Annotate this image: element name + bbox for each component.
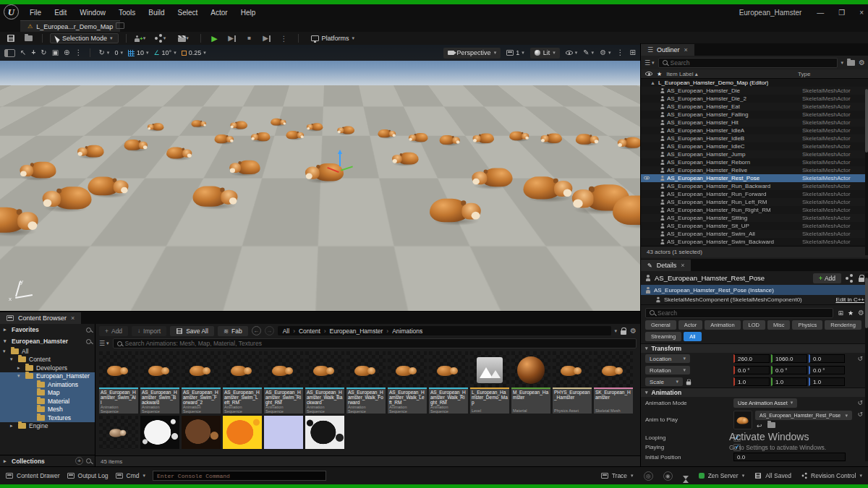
favorites-icon[interactable]: ★ <box>848 309 854 317</box>
filter-chip[interactable]: Streaming <box>645 332 681 341</box>
location-x-field[interactable]: 260.0 <box>733 354 770 363</box>
animation-mode-dropdown[interactable]: Use Animation Asset▾ <box>733 398 797 408</box>
content-drawer-button[interactable]: Content Drawer <box>6 472 60 479</box>
tool-options-dots[interactable]: ⋮ <box>75 49 82 56</box>
asset-tile[interactable] <box>264 416 303 449</box>
surface-snap-dropdown[interactable]: ↻▾ <box>98 49 109 56</box>
search-history-chevron[interactable]: ▾ <box>841 60 844 66</box>
visibility-column-icon[interactable] <box>645 72 652 76</box>
hamster[interactable] <box>230 119 247 130</box>
outliner-row[interactable]: ▲ AS_European_Hamster_IdleA SkeletalMesh… <box>641 127 868 134</box>
lock-icon[interactable] <box>859 278 864 282</box>
asset-tile[interactable]: SK_European_Hamster Skeletal Mesh <box>594 351 633 414</box>
scale-tool-icon[interactable]: ▣ <box>52 49 59 56</box>
maximize-button[interactable]: ❐ <box>838 9 845 17</box>
outliner-row[interactable]: ▲ AS_European_Hamster_Run_Forward Skelet… <box>641 190 868 198</box>
asset-tile[interactable]: M_European_Hamster Material <box>511 351 550 414</box>
grid-snap-dropdown[interactable]: 10▾ <box>128 49 149 56</box>
create-folder-icon[interactable] <box>847 60 855 66</box>
outliner-row[interactable]: ▲ AS_European_Hamster_IdleB SkeletalMesh… <box>641 134 868 142</box>
breadcrumb-item[interactable]: Content › <box>299 328 326 335</box>
gizmo-x-axis[interactable] <box>327 167 339 173</box>
add-actor-dropdown[interactable]: +▾ <box>134 33 147 44</box>
outliner-row[interactable]: ▲ AS_European_Hamster_IdleC SkeletalMesh… <box>641 142 868 150</box>
outliner-row[interactable]: ▲ AS_European_Hamster_Rest_Pose Skeletal… <box>641 174 868 182</box>
details-scrollbar[interactable] <box>865 273 868 461</box>
location-z-field[interactable]: 0.0 <box>809 354 845 363</box>
search-icon[interactable] <box>86 339 91 344</box>
asset-search[interactable] <box>113 338 637 348</box>
fab-button[interactable]: ≋Fab <box>218 326 248 336</box>
transform-section-header[interactable]: ▾Transform <box>641 343 868 353</box>
breadcrumb-item[interactable]: European_Hamster › <box>330 328 389 335</box>
hamster[interactable] <box>77 141 103 159</box>
viewport-options-menu[interactable] <box>4 49 15 57</box>
hamster[interactable] <box>391 148 418 166</box>
translate-gizmo[interactable] <box>326 152 356 181</box>
all-saved-indicator[interactable]: All Saved <box>754 472 791 479</box>
breadcrumb-item[interactable]: All › <box>283 328 295 335</box>
gizmo-z-axis[interactable] <box>339 153 341 166</box>
details-tab[interactable]: ✎ Details × <box>641 260 691 271</box>
browser-settings-icon[interactable]: ⚙ <box>630 328 637 335</box>
asset-tile[interactable]: PHYS_European_Hamster Physics Asset <box>553 351 592 414</box>
pin-column-icon[interactable]: ★ <box>657 71 662 77</box>
menu-item[interactable]: Window <box>73 6 112 20</box>
reset-anim-icon[interactable]: ↺ <box>857 411 863 418</box>
menu-item[interactable]: Actor <box>204 6 234 20</box>
show-flags-dropdown[interactable]: ▾ <box>566 50 578 56</box>
details-close-icon[interactable]: × <box>681 262 684 269</box>
item-label-column-header[interactable]: Item Label ▴ <box>666 71 698 77</box>
location-y-field[interactable]: 1060.0 <box>771 354 807 363</box>
search-icon[interactable] <box>86 328 91 333</box>
gizmo-y-axis[interactable] <box>341 166 353 171</box>
filter-chip[interactable]: LOD <box>743 320 765 330</box>
expand-arrow[interactable]: ▾ <box>10 356 15 362</box>
outliner-settings-icon[interactable]: ⚙ <box>859 59 865 67</box>
hamster[interactable] <box>307 121 323 132</box>
level-tab[interactable]: ⚠ L_Europea...r_Demo_Map <box>20 20 120 32</box>
menu-item[interactable]: Tools <box>112 6 142 20</box>
expand-arrow[interactable]: ▸ <box>10 423 15 429</box>
outliner-row[interactable]: ▲ AS_European_Hamster_Die SkeletalMeshAc… <box>641 87 868 95</box>
folder-tree-row[interactable]: Mesh <box>0 406 95 414</box>
asset-tile[interactable]: AS_European_Hamster_Walk_Forward Animati… <box>346 351 386 414</box>
rotation-z-field[interactable]: 0.0 ° <box>809 366 845 374</box>
back-button[interactable]: ← <box>252 326 261 335</box>
move-tool-icon[interactable]: + <box>31 49 35 56</box>
folder-tree-row[interactable]: ▾ Content <box>0 356 95 364</box>
property-matrix-icon[interactable]: ⊞ <box>838 309 843 317</box>
hamster[interactable] <box>20 156 56 181</box>
folder-tree-row[interactable]: Material <box>0 397 95 406</box>
asset-tile[interactable] <box>305 416 344 449</box>
animation-section-header[interactable]: ▾Animation <box>641 388 868 397</box>
viewport-dots-menu[interactable]: ⋮ <box>617 49 624 56</box>
folder-tree-row[interactable]: ▾ All <box>0 347 95 356</box>
outliner-row[interactable]: ▲ AS_European_Hamster_Swim_All SkeletalM… <box>641 230 868 238</box>
stop-button[interactable]: ■ <box>243 33 256 44</box>
rotation-dropdown[interactable]: Rotation▾ <box>645 366 690 374</box>
folder-tree-row[interactable]: Map <box>0 389 95 398</box>
expand-arrow[interactable]: ▾ <box>3 348 8 354</box>
save-icon[interactable] <box>4 33 17 44</box>
hamster[interactable] <box>472 162 513 189</box>
asset-tile[interactable] <box>99 416 138 449</box>
asset-search-input[interactable] <box>125 340 632 347</box>
trace-dropdown[interactable]: Trace▾ <box>601 472 634 479</box>
filter-chip[interactable]: General <box>645 320 676 330</box>
breadcrumb-item[interactable]: Animations › <box>392 328 422 335</box>
menu-item[interactable]: Help <box>234 6 263 20</box>
asset-tile[interactable]: AS_European_Hamster_Swim_Forward_2 Anima… <box>182 351 221 414</box>
collections-bar[interactable]: ▸Collections + <box>0 455 95 466</box>
hamster[interactable] <box>166 143 192 160</box>
hamster[interactable] <box>271 116 286 127</box>
menu-item[interactable]: File <box>23 6 48 20</box>
looping-checkbox[interactable]: ✓ <box>733 435 741 442</box>
asset-tile[interactable] <box>223 416 262 449</box>
hamster[interactable] <box>576 130 599 146</box>
play-button[interactable]: ▶ <box>208 33 221 44</box>
rotation-x-field[interactable]: 0.0 ° <box>733 366 770 374</box>
reset-location-icon[interactable]: ↺ <box>857 355 863 362</box>
hamster[interactable] <box>124 136 148 152</box>
import-button[interactable]: ↓Import <box>132 326 166 336</box>
